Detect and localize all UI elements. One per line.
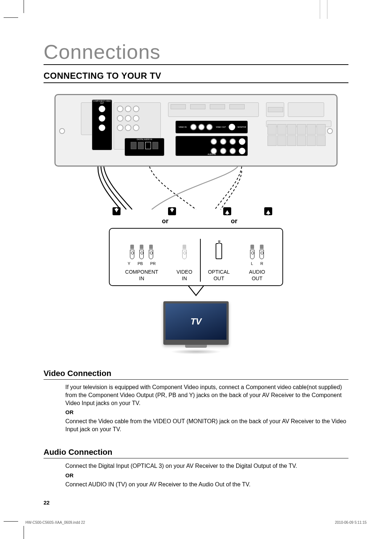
footer-filename: HW-C500-C560S-XAA_0609.indd 22 [25, 520, 85, 524]
r-label: R [260, 261, 263, 266]
y-label: Y [128, 261, 130, 266]
page-number: 22 [44, 499, 50, 506]
arrow-up-icon [223, 207, 231, 215]
arrow-down-icon [113, 207, 121, 215]
optical-plug [216, 243, 222, 259]
video-plug [182, 245, 187, 259]
video-p1: If your television is equipped with Comp… [65, 383, 348, 407]
video-label: VIDEO [176, 269, 192, 275]
audio-label: AUDIO [249, 269, 265, 275]
page-title: Connections [44, 40, 348, 65]
cable-diagram [54, 167, 338, 214]
arrow-down-icon [168, 207, 176, 215]
monitor-label: MONITOR [236, 126, 248, 128]
or-label-2: or [231, 217, 237, 225]
tv-label: TV [191, 317, 202, 327]
component-pr-plug [149, 245, 153, 259]
audio-in-panel: AUDIO IN [175, 136, 248, 156]
audio-connection-heading: Audio Connection [44, 448, 348, 458]
audio-r-plug [260, 245, 264, 259]
crop-mark [24, 0, 24, 13]
component-out-label: COMPONENT VIDEO OUT [92, 100, 112, 104]
audio-l-plug [250, 245, 254, 259]
connection-diagram: COMPONENT VIDEO OUT DIGITAL AUDIO IN VID… [51, 94, 341, 354]
component-video-out-panel: COMPONENT VIDEO OUT [92, 99, 112, 150]
crop-mark [24, 526, 24, 539]
video-p2: Connect the Video cable from the VIDEO O… [65, 417, 348, 433]
audio-in-label: AUDIO IN [176, 153, 248, 155]
pr-label: PR [150, 261, 156, 266]
component-label: COMPONENT [125, 269, 158, 275]
crop-mark [4, 521, 18, 522]
video-in-group: VIDEOIN [169, 239, 200, 282]
arrow-up-icon [264, 207, 272, 215]
digital-audio-in-label: DIGITAL AUDIO IN [125, 138, 164, 140]
l-label: L [251, 261, 253, 266]
footer-timestamp: 2010-06-09 5:11:15 [335, 520, 367, 524]
section-heading: CONNECTING TO YOUR TV [44, 71, 348, 83]
optical-label: OPTICAL [208, 269, 230, 275]
audio-p2: Connect AUDIO IN (TV) on your AV Receive… [65, 481, 348, 489]
crop-mark [4, 17, 18, 18]
pointer-triangle-icon [188, 286, 204, 296]
component-in-group: Y PB PR COMPONENTIN [115, 239, 169, 282]
component-pb-plug [139, 245, 144, 259]
video-connection-heading: Video Connection [44, 369, 348, 380]
tv-ports-box: Y PB PR COMPONENTIN VIDEOIN OPTICALOUT [109, 228, 283, 286]
crop-mark [320, 0, 320, 19]
video-connection-section: Video Connection If your television is e… [44, 369, 348, 433]
video-or: OR [65, 409, 348, 415]
video-out-label: VIDEO OUT [213, 126, 228, 128]
video-in-out-panel: VIDEO IN VIDEO OUT MONITOR [175, 121, 248, 134]
av-receiver-rear: COMPONENT VIDEO OUT DIGITAL AUDIO IN VID… [54, 94, 338, 167]
tv-illustration: TV [163, 301, 229, 354]
digital-audio-in-panel: DIGITAL AUDIO IN [124, 138, 164, 156]
pb-label: PB [138, 261, 143, 266]
audio-connection-section: Audio Connection Connect the Digital Inp… [44, 448, 348, 488]
audio-p1: Connect the Digital Input (OPTICAL 3) on… [65, 462, 348, 470]
optical-out-group: OPTICALOUT [201, 239, 237, 282]
audio-or: OR [65, 472, 348, 478]
speaker-terminals [268, 124, 326, 146]
or-label-1: or [162, 217, 168, 225]
crop-mark [327, 0, 327, 19]
component-y-plug [130, 245, 134, 259]
audio-out-group: L R AUDIOOUT [237, 239, 278, 282]
video-in-label: VIDEO IN [176, 126, 189, 128]
